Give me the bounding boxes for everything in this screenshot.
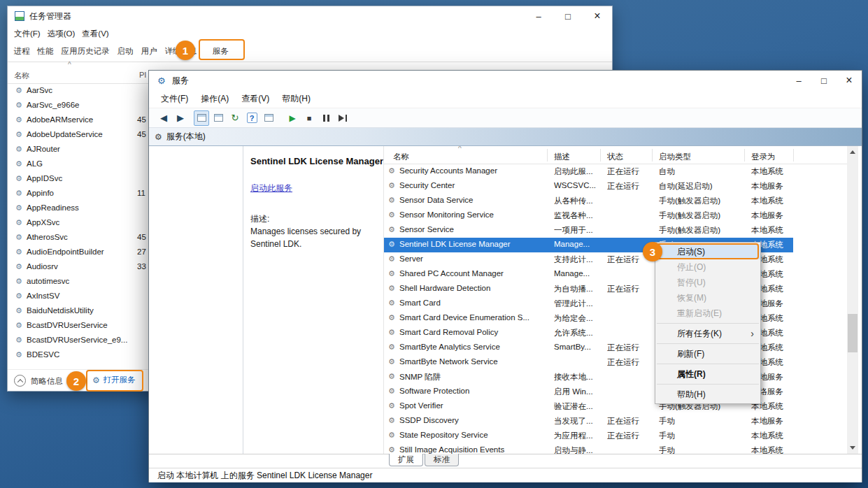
close-button[interactable]: × <box>837 71 862 90</box>
column-name[interactable]: 名称 <box>393 152 409 162</box>
menu-file[interactable]: 文件(F) <box>14 29 46 39</box>
service-description: 支持此计... <box>554 254 599 265</box>
service-name: ALG <box>27 159 43 168</box>
tab-users[interactable]: 用户 <box>137 41 161 62</box>
view-tab-extended[interactable]: 扩展 <box>389 454 423 466</box>
view-tab-standard[interactable]: 标准 <box>425 454 459 466</box>
tab-app-history[interactable]: 应用历史记录 <box>57 41 113 62</box>
service-gear-icon: ⚙ <box>15 336 22 345</box>
start-service-link[interactable]: 启动此服务 <box>250 182 292 194</box>
maximize-button[interactable]: □ <box>553 6 583 26</box>
forward-icon[interactable]: ▶ <box>173 110 188 126</box>
column-name[interactable]: 名称 <box>14 71 29 81</box>
service-row[interactable]: ⚙Shared PC Account ManagerManage...手动(触发… <box>384 267 847 282</box>
service-row[interactable]: ⚙Security Accounts Manager启动此服...正在运行自动本… <box>384 164 847 179</box>
service-description: 管理此计... <box>554 299 599 309</box>
console-tree-root[interactable]: ⚙ 服务(本地) <box>149 128 862 146</box>
column-status[interactable]: 状态 <box>607 152 623 162</box>
menu-item-properties[interactable]: 属性(R) <box>655 366 760 382</box>
restart-icon[interactable] <box>335 110 350 126</box>
refresh-icon[interactable]: ↻ <box>227 110 243 126</box>
minimize-button[interactable]: – <box>524 6 553 26</box>
scroll-down-arrow-icon[interactable] <box>847 442 858 454</box>
task-manager-icon <box>15 11 24 21</box>
menu-options[interactable]: 选项(O) <box>48 29 81 39</box>
export-list-icon[interactable] <box>211 110 226 126</box>
services-node-icon: ⚙ <box>155 132 162 142</box>
column-divider <box>600 149 601 162</box>
service-row-selected[interactable]: ⚙Sentinel LDK License ManagerManage...手动… <box>384 238 847 252</box>
back-icon[interactable]: ◀ <box>156 110 171 126</box>
show-console-tree-icon[interactable] <box>194 110 209 126</box>
column-pid[interactable]: PI <box>139 71 146 79</box>
service-row[interactable]: ⚙Sensor Monitoring Service监视各种...手动(触发器启… <box>384 208 847 223</box>
menu-file[interactable]: 文件(F) <box>155 93 194 105</box>
service-row[interactable]: ⚙Server支持此计...正在运行自动本地系统 <box>384 252 847 267</box>
scroll-up-arrow-icon[interactable] <box>847 146 858 158</box>
service-row[interactable]: ⚙State Repository Service为应用程...正在运行手动本地… <box>384 429 847 443</box>
service-gear-icon: ⚙ <box>15 306 22 315</box>
pause-icon[interactable] <box>318 110 334 126</box>
help-icon[interactable]: ? <box>244 110 259 126</box>
service-row[interactable]: ⚙Shell Hardware Detection为自动播...正在运行自动本地… <box>384 282 847 296</box>
close-button[interactable]: × <box>583 6 612 26</box>
scrollbar-thumb[interactable] <box>848 314 858 352</box>
menu-action[interactable]: 操作(A) <box>194 93 235 105</box>
service-row[interactable]: ⚙Still Image Acquisition Events启动与静...手动… <box>384 443 847 454</box>
service-pid: 11 <box>137 189 145 197</box>
tab-startup[interactable]: 启动 <box>113 41 137 62</box>
service-name: Sensor Monitoring Service <box>399 210 548 219</box>
column-logon-as[interactable]: 登录为 <box>751 152 776 162</box>
service-gear-icon: ⚙ <box>15 115 22 124</box>
start-icon[interactable]: ▶ <box>285 110 300 126</box>
description-text-line1: Manages licenses secured by <box>250 227 361 236</box>
service-name: AarSvc <box>27 86 52 94</box>
menu-help[interactable]: 帮助(H) <box>276 93 317 105</box>
service-name: SmartByte Network Service <box>399 357 548 366</box>
service-row[interactable]: ⚙Sensor Service一项用于...手动(触发器启动)本地系统 <box>384 223 847 238</box>
minimize-button[interactable]: – <box>786 71 811 90</box>
service-gear-icon: ⚙ <box>388 254 395 264</box>
service-row[interactable]: ⚙Sensor Data Service从各种传...手动(触发器启动)本地系统 <box>384 194 847 208</box>
service-row[interactable]: ⚙SNMP 陷阱接收本地...手动本地服务 <box>384 370 847 385</box>
service-row[interactable]: ⚙Security CenterWSCSVC...正在运行自动(延迟启动)本地服… <box>384 179 847 194</box>
service-status: 正在运行 <box>607 181 650 192</box>
service-description: 启用 Win... <box>554 387 599 397</box>
service-gear-icon: ⚙ <box>15 101 22 110</box>
service-name: BDESVC <box>27 350 59 359</box>
service-row[interactable]: ⚙SmartByte Analytics ServiceSmartBy...正在… <box>384 340 847 355</box>
column-description[interactable]: 描述 <box>554 152 570 162</box>
service-row[interactable]: ⚙Spot Verifier验证潜在...手动(触发器启动)本地系统 <box>384 399 847 414</box>
show-window-icon[interactable] <box>261 110 276 126</box>
menu-item-help[interactable]: 帮助(H) <box>655 387 760 402</box>
service-logon-as: 本地系统 <box>751 166 792 177</box>
service-row[interactable]: ⚙Smart Card Removal Policy允许系统...手动本地系统 <box>384 326 847 340</box>
tab-performance[interactable]: 性能 <box>34 41 57 62</box>
column-startup-type[interactable]: 启动类型 <box>659 152 691 162</box>
service-row[interactable]: ⚙SmartByte Network Service正在运行自动本地系统 <box>384 355 847 370</box>
menu-item-refresh[interactable]: 刷新(F) <box>655 346 760 361</box>
service-description: 为自动播... <box>554 284 599 294</box>
menu-item-all-tasks[interactable]: 所有任务(K)› <box>655 326 760 341</box>
service-row[interactable]: ⚙SSDP Discovery当发现了...正在运行手动本地服务 <box>384 414 847 429</box>
service-startup-type: 手动 <box>659 431 743 441</box>
tab-processes[interactable]: 进程 <box>10 41 34 62</box>
menu-view[interactable]: 查看(V) <box>235 93 276 105</box>
stop-icon[interactable]: ■ <box>301 110 317 126</box>
menu-item-label: 属性(R) <box>677 369 706 379</box>
service-row[interactable]: ⚙Smart Card管理此计...手动(触发器启动)本地服务 <box>384 296 847 311</box>
menu-item-label: 停止(O) <box>677 262 706 272</box>
service-name: AxInstSV <box>27 292 59 300</box>
vertical-scrollbar[interactable] <box>847 146 858 454</box>
maximize-button[interactable]: □ <box>811 71 837 90</box>
tree-root-label: 服务(本地) <box>166 131 206 143</box>
service-row[interactable]: ⚙Smart Card Device Enumeration S...为给定会.… <box>384 311 847 326</box>
menu-view[interactable]: 查看(V) <box>82 29 114 39</box>
service-logon-as: 本地系统 <box>751 445 792 454</box>
service-name: Software Protection <box>399 387 548 395</box>
service-row[interactable]: ⚙Software Protection启用 Win...自动(延迟启动)网络服… <box>384 385 847 399</box>
service-logon-as: 本地系统 <box>751 225 792 236</box>
console-tree-pane[interactable] <box>149 146 243 454</box>
collapse-details-icon[interactable] <box>14 375 26 387</box>
task-manager-menubar: 文件(F)选项(O)查看(V) <box>8 26 612 41</box>
